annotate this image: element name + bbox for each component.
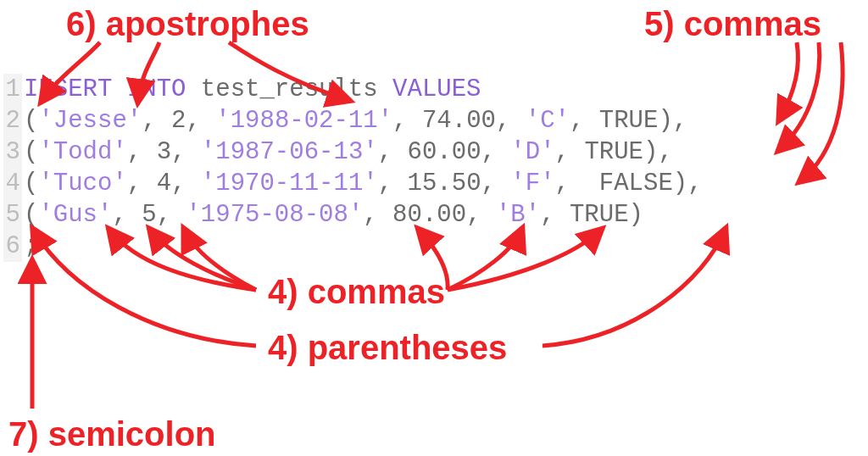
code-line: 2('Jesse', 2, '1988-02-11', 74.00, 'C', … (3, 105, 703, 136)
code-token: , (555, 170, 599, 197)
code-token: 2 (171, 107, 186, 135)
line-number: 6 (3, 231, 22, 262)
code-line: 5('Gus', 5, '1975-08-08', 80.00, 'B', TR… (3, 199, 703, 231)
code-token: TRUE (570, 201, 629, 229)
code-token: 4 (157, 170, 171, 197)
code-token: , (127, 138, 157, 166)
code-line: 6; (3, 231, 703, 262)
code-token: ), (673, 170, 703, 197)
code-token: '1988-02-11' (215, 107, 392, 135)
code-line: 3('Todd', 3, '1987-06-13', 60.00, 'D', T… (3, 136, 703, 168)
code-token: , (466, 201, 496, 229)
code-token: '1975-08-08' (186, 201, 363, 229)
code-token: 60.00 (408, 138, 481, 166)
code-token: ( (24, 138, 38, 166)
code-token: 80.00 (392, 201, 466, 229)
code-token: 'Todd' (38, 138, 126, 166)
code-token: , (142, 107, 171, 135)
code-token: ) (629, 201, 643, 229)
code-token: INSERT INTO (24, 75, 186, 103)
annotation-commas-right: 5) commas (644, 5, 821, 43)
code-token: , (157, 201, 186, 229)
line-number: 3 (3, 136, 22, 168)
code-token: ), (658, 107, 687, 135)
code-token: 15.50 (408, 170, 481, 197)
code-token: VALUES (392, 75, 481, 103)
code-token: , (363, 201, 392, 229)
code-line: 4('Tuco', 4, '1970-11-11', 15.50, 'F', F… (3, 168, 703, 199)
code-token: , (378, 170, 408, 197)
annotation-parentheses: 4) parentheses (268, 329, 507, 367)
arrow-comma-right-2 (780, 42, 820, 149)
code-token: , (555, 138, 585, 166)
code-token: TRUE (599, 107, 659, 135)
code-token: , (540, 201, 570, 229)
code-token: 5 (142, 201, 156, 229)
code-token: FALSE (599, 170, 673, 197)
code-token: 3 (157, 138, 171, 166)
code-token: 'D' (510, 138, 554, 166)
code-token: ( (24, 170, 38, 197)
annotation-semicolon: 7) semicolon (8, 415, 216, 453)
code-token: , (570, 107, 599, 135)
line-number: 2 (3, 105, 22, 136)
code-token: ), (643, 138, 673, 166)
line-number: 1 (3, 74, 22, 105)
code-block: 1INSERT INTO test_results VALUES2('Jesse… (3, 74, 703, 262)
code-line: 1INSERT INTO test_results VALUES (3, 74, 703, 105)
code-token: , (127, 170, 157, 197)
code-token (186, 75, 200, 103)
code-token: 'Jesse' (38, 107, 142, 135)
code-token: '1970-11-11' (201, 170, 378, 197)
code-token: 74.00 (422, 107, 496, 135)
code-token: ; (24, 232, 38, 260)
code-token: ( (24, 107, 38, 135)
code-token: TRUE (584, 138, 643, 166)
code-token: ( (24, 201, 38, 229)
code-token: , (481, 170, 511, 197)
code-token: 'C' (526, 107, 570, 135)
code-token: test_results (201, 75, 378, 103)
annotation-commas-inner: 4) commas (268, 273, 445, 311)
code-token: , (112, 201, 142, 229)
line-number: 4 (3, 168, 22, 199)
code-token: , (496, 107, 526, 135)
arrow-comma-right-3 (801, 42, 843, 181)
code-token (378, 75, 392, 103)
annotation-apostrophes: 6) apostrophes (66, 5, 309, 43)
code-token: '1987-06-13' (201, 138, 378, 166)
code-token: , (171, 170, 201, 197)
arrow-comma-right-1 (780, 42, 798, 119)
line-number: 5 (3, 199, 22, 231)
code-token: 'Gus' (38, 201, 112, 229)
code-token: , (392, 107, 422, 135)
code-token: 'F' (510, 170, 554, 197)
code-token: , (171, 138, 201, 166)
code-token: 'B' (496, 201, 540, 229)
code-token: 'Tuco' (38, 170, 126, 197)
code-token: , (378, 138, 408, 166)
code-token: , (186, 107, 215, 135)
code-token: , (481, 138, 511, 166)
